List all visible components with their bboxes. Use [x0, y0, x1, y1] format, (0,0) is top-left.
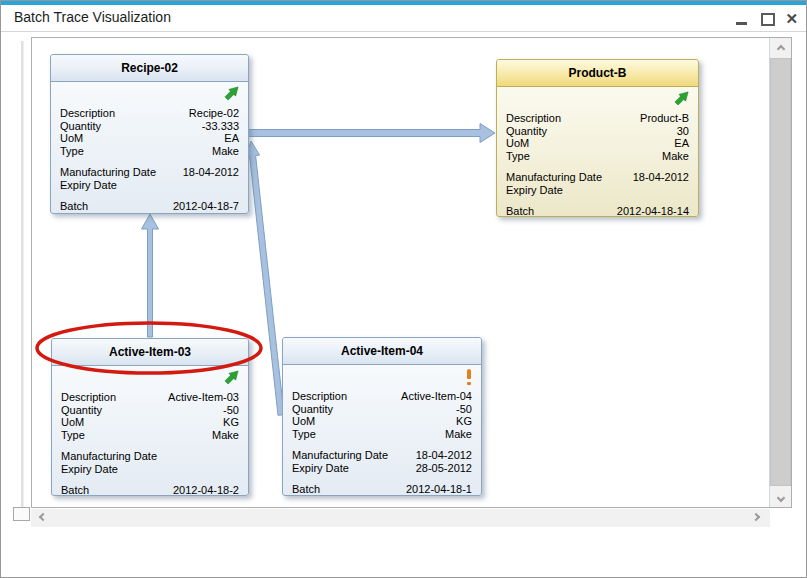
green-arrow-icon: [224, 371, 239, 388]
field-value: -50: [223, 404, 239, 417]
field-label: Expiry Date: [506, 184, 563, 197]
scroll-down-button[interactable]: [770, 487, 791, 507]
zoom-slider-track[interactable]: [21, 41, 24, 507]
field-value: -50: [456, 403, 472, 416]
field-value: EA: [224, 132, 239, 145]
field-label: UoM: [506, 137, 529, 150]
field-label: Description: [292, 390, 347, 403]
field-label: Manufacturing Date: [292, 449, 388, 462]
maximize-icon[interactable]: [761, 13, 775, 26]
titlebar[interactable]: Batch Trace Visualization ✕: [1, 5, 806, 32]
zoom-slider-handle[interactable]: [13, 507, 30, 521]
edge-recipe02-to-productB: [248, 124, 495, 143]
green-arrow-icon: [674, 92, 689, 109]
field-label: Manufacturing Date: [61, 450, 157, 463]
node-title[interactable]: Active-Item-04: [283, 338, 481, 365]
edge-item03-to-recipe02: [142, 214, 159, 337]
field-label: Manufacturing Date: [506, 171, 602, 184]
warning-icon: [466, 369, 472, 385]
field-value: Product-B: [640, 112, 689, 125]
field-label: Quantity: [61, 404, 102, 417]
chevron-left-icon: [39, 513, 47, 521]
node-title[interactable]: Active-Item-03: [52, 339, 248, 366]
field-value: 30: [677, 125, 689, 138]
field-value: Make: [212, 429, 239, 442]
field-value: Active-Item-04: [401, 390, 472, 403]
field-value: 18-04-2012: [633, 171, 689, 184]
field-value: Make: [212, 145, 239, 158]
node-active-item-03[interactable]: Active-Item-03 DescriptionActive-Item-03…: [51, 338, 249, 496]
field-label: Quantity: [60, 120, 101, 133]
scroll-up-button[interactable]: [770, 38, 791, 58]
field-label: Expiry Date: [60, 179, 117, 192]
field-value: 28-05-2012: [416, 462, 472, 475]
node-recipe-02[interactable]: Recipe-02 DescriptionRecipe-02 Quantity-…: [50, 54, 249, 214]
batch-trace-window: Batch Trace Visualization ✕ Recipe-02: [0, 0, 807, 578]
field-value: Make: [662, 150, 689, 163]
field-label: Quantity: [506, 125, 547, 138]
field-value: KG: [456, 415, 472, 428]
field-label: Description: [61, 391, 116, 404]
field-value: -33.333: [202, 120, 239, 133]
field-value: 2012-04-18-1: [406, 483, 472, 496]
window-title: Batch Trace Visualization: [14, 9, 171, 25]
chevron-up-icon: [776, 45, 784, 53]
chevron-right-icon: [752, 513, 760, 521]
field-label: Type: [292, 428, 316, 441]
field-label: UoM: [60, 132, 83, 145]
field-value: Active-Item-03: [168, 391, 239, 404]
field-label: Type: [60, 145, 84, 158]
field-label: Type: [506, 150, 530, 163]
node-product-b[interactable]: Product-B DescriptionProduct-B Quantity3…: [496, 59, 699, 217]
trace-diagram-canvas[interactable]: Recipe-02 DescriptionRecipe-02 Quantity-…: [31, 37, 792, 508]
field-label: Type: [61, 429, 85, 442]
field-label: Batch: [292, 483, 320, 496]
node-title[interactable]: Product-B: [497, 60, 698, 87]
field-label: UoM: [61, 416, 84, 429]
field-value: 2012-04-18-14: [617, 205, 689, 218]
green-arrow-icon: [224, 87, 239, 104]
field-label: Batch: [60, 200, 88, 213]
edge-item04-to-recipe02: [246, 141, 284, 415]
field-value: KG: [223, 416, 239, 429]
field-label: Description: [60, 107, 115, 120]
field-value: EA: [674, 137, 689, 150]
field-label: Batch: [61, 484, 89, 497]
horizontal-scrollbar[interactable]: [31, 509, 770, 527]
field-label: Expiry Date: [61, 463, 118, 476]
node-active-item-04[interactable]: Active-Item-04 DescriptionActive-Item-04…: [282, 337, 482, 496]
field-value: 18-04-2012: [183, 166, 239, 179]
field-label: Description: [506, 112, 561, 125]
field-label: Expiry Date: [292, 462, 349, 475]
field-value: 18-04-2012: [416, 449, 472, 462]
field-label: Manufacturing Date: [60, 166, 156, 179]
field-label: Quantity: [292, 403, 333, 416]
close-icon[interactable]: ✕: [785, 10, 798, 28]
field-value: Recipe-02: [189, 107, 239, 120]
vertical-scrollbar-thumb[interactable]: [770, 58, 791, 486]
field-label: Batch: [506, 205, 534, 218]
chevron-down-icon: [776, 494, 784, 502]
field-label: UoM: [292, 415, 315, 428]
vertical-scrollbar[interactable]: [769, 38, 791, 507]
field-value: 2012-04-18-7: [173, 200, 239, 213]
field-value: Make: [445, 428, 472, 441]
field-value: 2012-04-18-2: [173, 484, 239, 497]
minimize-icon[interactable]: [733, 10, 751, 28]
node-title[interactable]: Recipe-02: [51, 55, 248, 82]
